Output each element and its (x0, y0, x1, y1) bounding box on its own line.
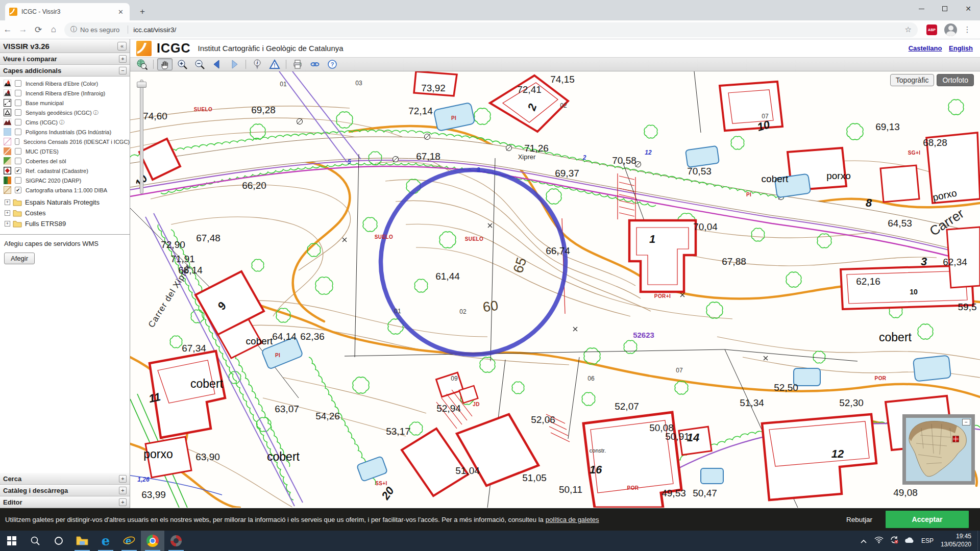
accordion-toggle-button[interactable]: + (119, 487, 127, 494)
layer-row[interactable]: MUC (DTES) (0, 146, 130, 156)
taskbar-clock[interactable]: 19:45 13/05/2020 (941, 533, 971, 548)
orthophoto-button[interactable]: Ortofoto (937, 74, 974, 86)
reload-icon[interactable]: ⟳ (31, 24, 46, 35)
forward-icon[interactable]: → (15, 24, 31, 35)
layer-row[interactable]: Incendi Ribera d'Ebre (Infraroig) (0, 88, 130, 98)
layer-checkbox[interactable] (15, 109, 21, 116)
url-input[interactable]: ⓘ No es seguro icc.cat/vissir3/ ☆ (64, 22, 918, 37)
onedrive-cloud-icon[interactable] (902, 536, 917, 545)
layer-row[interactable]: Senyals geodèsics (ICGC)ⓘ (0, 108, 130, 117)
cortana-button[interactable] (47, 531, 70, 551)
accordion-header[interactable]: Cerca+ (0, 473, 130, 485)
expand-icon[interactable]: + (5, 199, 10, 205)
accordion-header[interactable]: Editor+ (0, 496, 130, 508)
map-zoom-slider[interactable] (138, 80, 145, 194)
accordion-header[interactable]: Catàleg i descàrrega+ (0, 485, 130, 496)
bookmark-star-icon[interactable]: ☆ (905, 25, 912, 34)
home-icon[interactable]: ⌂ (46, 24, 61, 35)
file-explorer-button[interactable] (70, 531, 94, 551)
tab-close-icon[interactable]: ✕ (116, 8, 126, 16)
accept-cookies-button[interactable]: Acceptar (886, 511, 969, 528)
tray-chevron-icon[interactable] (856, 536, 871, 545)
browser-tab[interactable]: ICGC - Vissir3 ✕ (5, 3, 130, 20)
lang-english-link[interactable]: English (949, 44, 973, 52)
layer-row[interactable]: ✔Ref. cadastral (Cadastre) (0, 166, 130, 176)
browser-menu-icon[interactable]: ⋮ (963, 25, 972, 34)
window-minimize-button[interactable] (910, 0, 933, 17)
folder-row[interactable]: +Fulls ETRS89 (0, 218, 130, 229)
overview-map[interactable]: − (902, 414, 975, 485)
print-button[interactable] (290, 58, 305, 70)
layer-row[interactable]: Polígons Industrials (DG Indústria) (0, 127, 130, 137)
expand-icon[interactable]: + (5, 210, 10, 216)
report-error-button[interactable]: ! (267, 58, 282, 70)
identify-tool-button[interactable]: i (250, 58, 265, 70)
layer-checkbox[interactable] (15, 148, 21, 155)
app-button[interactable] (164, 531, 188, 551)
window-maximize-button[interactable] (933, 0, 957, 17)
info-icon[interactable]: ⓘ (93, 109, 99, 116)
layer-checkbox[interactable] (15, 158, 21, 164)
layer-row[interactable]: Cims (ICGC)ⓘ (0, 117, 130, 127)
show-desktop-button[interactable] (977, 531, 980, 551)
layer-row[interactable]: Incendi Ribera d'Ebre (Color) (0, 79, 130, 88)
layer-row[interactable]: Cobertes del sòl (0, 156, 130, 166)
internet-explorer-button[interactable]: e (117, 531, 141, 551)
accordion-toggle-button[interactable]: − (119, 67, 127, 74)
layer-row[interactable]: Seccions Censals 2016 (IDESCAT i ICGC) (0, 137, 130, 146)
layer-row[interactable]: Base municipal (0, 98, 130, 108)
share-link-button[interactable] (307, 58, 323, 70)
slider-handle[interactable] (137, 82, 146, 88)
help-button[interactable]: ? (325, 58, 340, 70)
expand-icon[interactable]: + (5, 221, 10, 227)
add-wms-button[interactable]: Afegir (4, 253, 35, 264)
start-button[interactable] (0, 531, 23, 551)
layer-checkbox[interactable] (15, 90, 21, 96)
back-icon[interactable]: ← (0, 24, 15, 35)
search-button[interactable] (23, 531, 47, 551)
layer-checkbox[interactable] (15, 99, 21, 106)
pan-tool-button[interactable] (157, 58, 173, 70)
layer-checkbox[interactable] (15, 119, 21, 126)
layer-checkbox[interactable] (15, 138, 19, 145)
zoom-in-button[interactable] (175, 58, 190, 70)
chrome-button[interactable] (141, 531, 164, 551)
next-view-button[interactable] (227, 58, 242, 70)
sidebar-collapse-button[interactable]: « (117, 42, 127, 51)
layer-checkbox[interactable] (15, 177, 21, 184)
info-icon[interactable]: ⓘ (70, 25, 77, 34)
accordion-header[interactable]: Veure i comparar+ (0, 53, 130, 65)
accordion-toggle-button[interactable]: + (119, 498, 127, 506)
overview-collapse-button[interactable]: − (962, 419, 970, 425)
layer-row[interactable]: SIGPAC 2020 (DARP) (0, 176, 130, 185)
keyboard-language[interactable]: ESP (921, 537, 934, 544)
map-toolbar: i ! ? (130, 57, 980, 71)
layer-checkbox[interactable] (15, 80, 21, 87)
cookie-policy-link[interactable]: política de galetes (546, 516, 599, 523)
accordion-header[interactable]: Capes addicionals− (0, 65, 130, 77)
slider-track[interactable] (140, 80, 143, 194)
topographic-button[interactable]: Topogràfic (890, 74, 935, 86)
layer-row[interactable]: ✔Cartografia urbana 1:1.000 DIBA (0, 185, 130, 195)
previous-view-button[interactable] (209, 58, 225, 70)
accordion-toggle-button[interactable]: + (119, 55, 127, 63)
adblock-extension-icon[interactable]: ABP (926, 24, 937, 35)
layer-checkbox[interactable]: ✔ (15, 167, 21, 174)
window-close-button[interactable]: ✕ (957, 0, 980, 17)
layer-checkbox[interactable] (15, 129, 21, 135)
lang-castellano-link[interactable]: Castellano (909, 44, 942, 52)
new-tab-button[interactable]: + (136, 5, 149, 18)
info-icon[interactable]: ⓘ (59, 119, 64, 126)
zoom-extent-button[interactable] (134, 58, 150, 70)
sync-error-icon[interactable] (887, 536, 902, 546)
map-canvas[interactable]: 74,1573,9272,4172,1474,6069,2867,1871,26… (130, 71, 980, 508)
profile-avatar[interactable] (944, 23, 957, 36)
edge-button[interactable]: e (94, 531, 117, 551)
accordion-toggle-button[interactable]: + (119, 475, 127, 483)
zoom-out-button[interactable] (192, 58, 207, 70)
folder-row[interactable]: +Costes (0, 208, 130, 218)
wifi-icon[interactable] (871, 536, 887, 545)
folder-row[interactable]: +Espais Naturals Protegits (0, 197, 130, 208)
layer-checkbox[interactable]: ✔ (15, 187, 21, 193)
reject-cookies-button[interactable]: Rebutjar (846, 516, 872, 523)
